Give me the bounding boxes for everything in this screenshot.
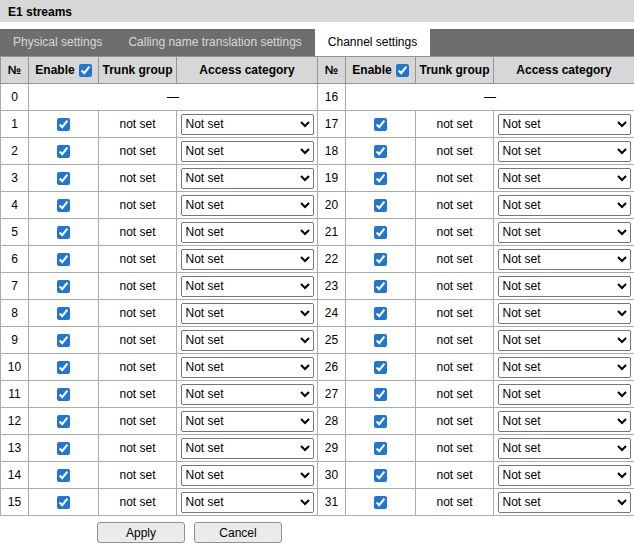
cancel-button[interactable]: Cancel — [194, 522, 282, 543]
access-category-select[interactable]: Not set — [498, 222, 631, 243]
enable-checkbox[interactable] — [57, 415, 70, 428]
access-category-select[interactable]: Not set — [181, 114, 314, 135]
access-category-select[interactable]: Not set — [498, 384, 631, 405]
enable-checkbox[interactable] — [374, 361, 387, 374]
enable-checkbox[interactable] — [374, 172, 387, 185]
enable-checkbox[interactable] — [374, 469, 387, 482]
trunk-group-value: not set — [99, 219, 177, 246]
enable-checkbox[interactable] — [57, 118, 70, 131]
enable-checkbox[interactable] — [374, 307, 387, 320]
channel-row: 15not setNot set31not setNot set — [1, 489, 634, 516]
channel-disabled-dash: — — [346, 84, 634, 111]
access-category-cell: Not set — [177, 381, 318, 408]
access-category-cell: Not set — [494, 192, 634, 219]
trunk-group-value: not set — [99, 300, 177, 327]
access-category-select[interactable]: Not set — [181, 303, 314, 324]
tab-channel-settings[interactable]: Channel settings — [315, 29, 430, 56]
access-category-select[interactable]: Not set — [498, 114, 631, 135]
channel-number: 30 — [318, 462, 346, 489]
enable-checkbox[interactable] — [374, 334, 387, 347]
enable-checkbox[interactable] — [57, 172, 70, 185]
channel-number: 7 — [1, 273, 29, 300]
channel-row: 4not setNot set20not setNot set — [1, 192, 634, 219]
access-category-select[interactable]: Not set — [181, 357, 314, 378]
access-category-cell: Not set — [177, 192, 318, 219]
access-category-cell: Not set — [177, 300, 318, 327]
access-category-cell: Not set — [494, 246, 634, 273]
enable-checkbox[interactable] — [374, 280, 387, 293]
enable-checkbox[interactable] — [374, 442, 387, 455]
enable-cell — [29, 219, 99, 246]
tab-physical-settings[interactable]: Physical settings — [0, 29, 115, 56]
tab-calling-name-translation-settings[interactable]: Calling name translation settings — [115, 29, 314, 56]
enable-cell — [29, 138, 99, 165]
access-category-select[interactable]: Not set — [181, 168, 314, 189]
access-category-select[interactable]: Not set — [498, 357, 631, 378]
enable-checkbox[interactable] — [374, 415, 387, 428]
enable-checkbox[interactable] — [57, 442, 70, 455]
enable-cell — [346, 192, 416, 219]
access-category-select[interactable]: Not set — [498, 168, 631, 189]
access-category-cell: Not set — [494, 354, 634, 381]
channel-row: 12not setNot set28not setNot set — [1, 408, 634, 435]
access-category-select[interactable]: Not set — [181, 492, 314, 513]
apply-button[interactable]: Apply — [97, 522, 185, 543]
enable-checkbox[interactable] — [57, 361, 70, 374]
access-category-select[interactable]: Not set — [181, 411, 314, 432]
access-category-select[interactable]: Not set — [181, 141, 314, 162]
enable-checkbox[interactable] — [374, 118, 387, 131]
enable-all-checkbox[interactable] — [396, 64, 409, 77]
channel-number: 19 — [318, 165, 346, 192]
enable-checkbox[interactable] — [374, 226, 387, 239]
channel-row: 5not setNot set21not setNot set — [1, 219, 634, 246]
access-category-select[interactable]: Not set — [498, 249, 631, 270]
enable-all-checkbox[interactable] — [79, 64, 92, 77]
access-category-select[interactable]: Not set — [181, 195, 314, 216]
enable-checkbox[interactable] — [57, 280, 70, 293]
enable-checkbox[interactable] — [57, 307, 70, 320]
tab-bar: Physical settingsCalling name translatio… — [0, 29, 634, 56]
enable-checkbox[interactable] — [57, 226, 70, 239]
enable-checkbox[interactable] — [57, 496, 70, 509]
access-category-select[interactable]: Not set — [181, 438, 314, 459]
channel-number: 5 — [1, 219, 29, 246]
trunk-group-value: not set — [99, 408, 177, 435]
header-access-category-left: Access category — [177, 57, 318, 84]
access-category-select[interactable]: Not set — [498, 195, 631, 216]
header-trunk-group-left: Trunk group — [99, 57, 177, 84]
enable-checkbox[interactable] — [57, 469, 70, 482]
enable-cell — [29, 381, 99, 408]
channel-number: 15 — [1, 489, 29, 516]
enable-checkbox[interactable] — [374, 145, 387, 158]
access-category-select[interactable]: Not set — [498, 438, 631, 459]
access-category-cell: Not set — [494, 462, 634, 489]
access-category-select[interactable]: Not set — [181, 249, 314, 270]
access-category-cell: Not set — [177, 462, 318, 489]
trunk-group-value: not set — [416, 381, 494, 408]
access-category-select[interactable]: Not set — [181, 465, 314, 486]
access-category-select[interactable]: Not set — [498, 276, 631, 297]
channel-number: 1 — [1, 111, 29, 138]
access-category-select[interactable]: Not set — [498, 141, 631, 162]
access-category-select[interactable]: Not set — [498, 465, 631, 486]
enable-checkbox[interactable] — [57, 199, 70, 212]
enable-checkbox[interactable] — [374, 496, 387, 509]
access-category-select[interactable]: Not set — [181, 384, 314, 405]
access-category-select[interactable]: Not set — [498, 492, 631, 513]
access-category-select[interactable]: Not set — [498, 303, 631, 324]
access-category-cell: Not set — [494, 408, 634, 435]
enable-checkbox[interactable] — [374, 253, 387, 266]
enable-checkbox[interactable] — [374, 388, 387, 401]
channel-number: 23 — [318, 273, 346, 300]
enable-checkbox[interactable] — [57, 145, 70, 158]
access-category-select[interactable]: Not set — [498, 330, 631, 351]
access-category-select[interactable]: Not set — [181, 222, 314, 243]
access-category-select[interactable]: Not set — [181, 330, 314, 351]
access-category-select[interactable]: Not set — [181, 276, 314, 297]
access-category-select[interactable]: Not set — [498, 411, 631, 432]
trunk-group-value: not set — [416, 273, 494, 300]
enable-checkbox[interactable] — [374, 199, 387, 212]
enable-checkbox[interactable] — [57, 253, 70, 266]
enable-checkbox[interactable] — [57, 388, 70, 401]
enable-checkbox[interactable] — [57, 334, 70, 347]
